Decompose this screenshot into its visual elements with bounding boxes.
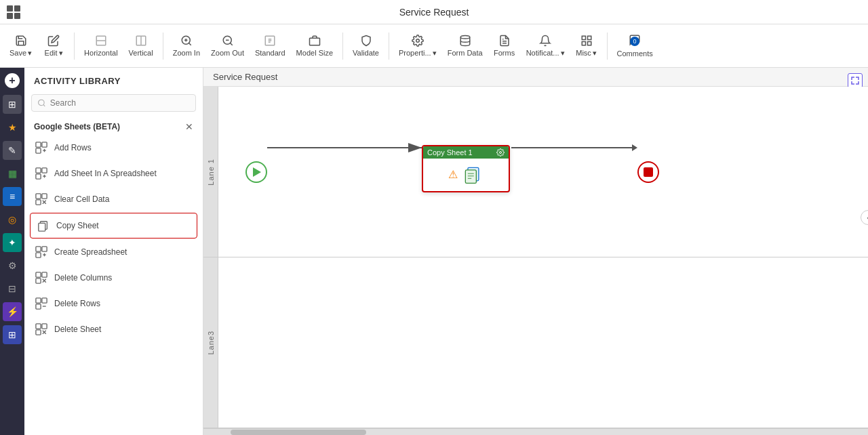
model-size-button[interactable]: Model Size — [292, 32, 337, 60]
svg-line-9 — [230, 43, 232, 45]
scrollbar-thumb[interactable] — [231, 430, 366, 435]
nav-violet-icon[interactable]: ⚡ — [3, 302, 22, 321]
toolbar-separator — [74, 33, 75, 60]
svg-rect-33 — [36, 194, 41, 199]
standard-button[interactable]: Standard — [251, 32, 290, 60]
lane-1-label-wrap: Lane 1 — [203, 87, 218, 257]
lane-1: Lane 1 — [203, 87, 868, 257]
svg-line-5 — [189, 43, 191, 45]
delete-columns-label: Delete Columns — [54, 273, 112, 283]
sidebar-item-create-spreadsheet[interactable]: Create Spreadsheet — [24, 239, 203, 265]
lane-1-label: Lane 1 — [207, 159, 215, 186]
svg-rect-25 — [36, 148, 41, 153]
svg-rect-40 — [36, 247, 41, 251]
main-layout: + ⊞ ★ ✎ ▦ ≡ ◎ ✦ ⚙ ⊟ ⚡ ⊞ ACTIVITY LIBRARY… — [0, 68, 868, 435]
search-input[interactable] — [50, 98, 190, 108]
vertical-label: Vertical — [129, 49, 153, 57]
lane-container: Lane 1 — [203, 87, 868, 428]
nav-settings-icon[interactable]: ⚙ — [3, 256, 22, 275]
copy-sheet-icon — [36, 218, 51, 233]
horizontal-button[interactable]: Horizontal — [80, 32, 122, 60]
properties-button[interactable]: Properti...▾ — [395, 32, 441, 60]
lane-1-content[interactable]: Copy Sheet 1 ⚠ — [218, 87, 868, 257]
create-spreadsheet-label: Create Spreadsheet — [54, 247, 127, 257]
sidebar-item-clear-cell[interactable]: Clear Cell Data — [24, 186, 203, 212]
zoom-in-button[interactable]: Zoom In — [169, 32, 204, 60]
svg-marker-61 — [632, 144, 637, 151]
sidebar-item-delete-columns[interactable]: Delete Columns — [24, 265, 203, 291]
nav-person-icon[interactable]: ✦ — [3, 233, 22, 252]
nav-table-icon[interactable]: ⊟ — [3, 279, 22, 298]
nav-home-icon[interactable]: ⊞ — [3, 95, 22, 114]
create-spreadsheet-icon — [34, 245, 49, 260]
lane-3-content[interactable] — [218, 257, 868, 428]
forms-label: Forms — [494, 49, 515, 57]
sidebar-item-delete-sheet[interactable]: Delete Sheet — [24, 316, 203, 342]
activity-node-header: Copy Sheet 1 — [423, 146, 509, 159]
svg-rect-18 — [587, 36, 591, 39]
lane-3-label: Lane3 — [207, 331, 215, 355]
svg-rect-24 — [42, 142, 47, 147]
svg-point-14 — [460, 36, 470, 39]
flow-arrows-svg — [218, 87, 868, 257]
nav-darkblue-icon[interactable]: ⊞ — [3, 325, 22, 344]
canvas-header: Service Request — [203, 68, 868, 87]
sidebar-item-add-rows[interactable]: Add Rows — [24, 135, 203, 161]
flow-end-node[interactable] — [637, 161, 659, 183]
delete-rows-label: Delete Rows — [54, 299, 100, 308]
edit-button[interactable]: Edit▾ — [39, 32, 68, 60]
nav-star-icon[interactable]: ★ — [3, 118, 22, 137]
toolbar: Save▾ Edit▾ Horizontal Vertical Zoom In … — [0, 24, 868, 68]
model-size-label: Model Size — [296, 49, 333, 57]
end-icon — [644, 167, 653, 177]
form-data-button[interactable]: Form Data — [443, 32, 487, 60]
zoom-out-button[interactable]: Zoom Out — [207, 32, 248, 60]
warning-icon: ⚠ — [448, 168, 458, 181]
standard-label: Standard — [255, 49, 285, 57]
activity-settings-icon[interactable] — [496, 148, 505, 157]
canvas-body[interactable]: Lane 1 — [203, 87, 868, 428]
svg-point-21 — [39, 100, 45, 106]
svg-rect-35 — [36, 200, 41, 205]
activity-node-copy-sheet[interactable]: Copy Sheet 1 ⚠ — [422, 145, 510, 192]
add-sheet-icon — [34, 166, 49, 181]
svg-point-63 — [500, 151, 502, 153]
search-icon — [37, 98, 46, 108]
delete-rows-icon — [34, 296, 49, 311]
vertical-button[interactable]: Vertical — [125, 32, 157, 60]
apps-icon[interactable] — [7, 5, 20, 19]
delete-sheet-label: Delete Sheet — [54, 325, 101, 334]
close-icon[interactable]: ✕ — [185, 121, 193, 132]
canvas-scrollbar[interactable] — [203, 428, 868, 435]
expand-button[interactable] — [848, 73, 863, 88]
sidebar-item-delete-rows[interactable]: Delete Rows — [24, 291, 203, 316]
comments-icon-wrap: 0 — [629, 34, 641, 49]
forms-button[interactable]: Forms — [490, 32, 519, 60]
save-button[interactable]: Save▾ — [5, 32, 36, 60]
grid-plus-icon — [35, 142, 47, 154]
svg-rect-55 — [42, 324, 47, 329]
flow-start-node[interactable] — [245, 161, 267, 183]
category-name: Google Sheets (BETA) — [34, 122, 120, 131]
horizontal-label: Horizontal — [84, 49, 118, 57]
nav-edit-icon[interactable]: ✎ — [3, 141, 22, 160]
toolbar-separator-4 — [389, 33, 389, 60]
nav-add-button[interactable]: + — [5, 73, 20, 88]
sidebar-search-bar[interactable] — [31, 94, 196, 112]
comments-button[interactable]: 0 Comments — [613, 31, 657, 60]
sidebar-category-header: Google Sheets (BETA) ✕ — [24, 116, 203, 135]
svg-rect-17 — [582, 36, 585, 39]
notifications-button[interactable]: Notificat...▾ — [522, 32, 569, 60]
nav-circle-icon[interactable]: ◎ — [3, 210, 22, 229]
misc-button[interactable]: Misc▾ — [572, 32, 601, 60]
sidebar-item-add-sheet[interactable]: Add Sheet In A Spreadsheet — [24, 161, 203, 186]
svg-rect-65 — [465, 169, 476, 183]
toolbar-separator-2 — [163, 33, 163, 60]
sidebar-item-copy-sheet[interactable]: Copy Sheet — [30, 213, 197, 239]
form-data-label: Form Data — [448, 49, 483, 57]
nav-sheets-icon[interactable]: ▦ — [3, 164, 22, 183]
svg-rect-41 — [42, 247, 47, 251]
nav-list-icon[interactable]: ≡ — [3, 187, 22, 206]
validate-button[interactable]: Validate — [349, 32, 383, 60]
svg-line-22 — [43, 104, 45, 106]
